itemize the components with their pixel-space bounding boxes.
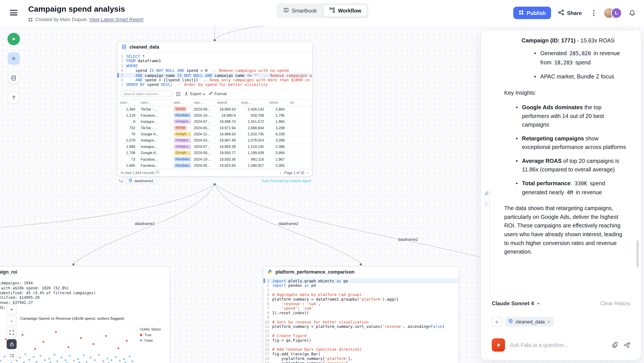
table-row[interactable]: 1,218Faceboo...Faceboo...2024-10-...19,9… [118, 113, 312, 119]
attachment-icon[interactable] [612, 342, 618, 348]
node-header[interactable]: campaign_roi [0, 266, 170, 277]
table-cell: 2024-07... [191, 119, 214, 125]
add-cell-button[interactable]: + [8, 52, 20, 65]
column-header[interactable]: cam... [138, 100, 171, 106]
chat-question-input[interactable] [510, 342, 607, 348]
table-row[interactable]: 1,578Instagra...Instagra...2024-03...19,… [118, 138, 312, 144]
python-icon [268, 269, 273, 274]
tab-workflow[interactable]: Workflow [324, 5, 368, 17]
next-page-button[interactable]: › [307, 170, 309, 175]
column-header[interactable]: ctr [288, 100, 312, 106]
export-button[interactable]: Export [184, 91, 205, 97]
send-icon[interactable] [623, 341, 630, 348]
latest-report-link[interactable]: View Latest Smart Report [89, 17, 144, 22]
menu-icon[interactable] [10, 10, 17, 15]
column-header[interactable]: impr... [238, 100, 267, 106]
table-row[interactable]: 79Google A...Google ...2024-11-...19,968… [118, 131, 312, 138]
column-header[interactable]: spend [214, 100, 239, 106]
column-header[interactable]: star... [191, 100, 214, 106]
scatter-plot[interactable] [0, 323, 136, 363]
close-icon[interactable]: × [547, 319, 550, 324]
node-header[interactable]: cleaned_data [118, 42, 312, 52]
pin-icon[interactable] [484, 190, 489, 198]
columns-icon[interactable] [176, 92, 180, 96]
scatter-point [115, 356, 117, 358]
column-header[interactable]: clicks [267, 100, 288, 106]
table-row[interactable]: 1,984Instagra...Instagra...2024-07...19,… [118, 144, 312, 150]
help-button[interactable]: ? [8, 91, 20, 104]
scatter-point [65, 359, 67, 361]
node-header[interactable]: platform_performance_comparison [264, 266, 458, 277]
info-icon[interactable] [156, 170, 159, 175]
code-line: 16# Add revenue bars (positive direction… [264, 347, 458, 351]
model-selector[interactable]: Claude Sonnet 4 [492, 300, 540, 306]
scatter-point [126, 340, 128, 342]
tab-smartbook[interactable]: Smartbook [278, 5, 323, 17]
share-button[interactable]: Share [556, 7, 584, 19]
dataframe-chip[interactable]: dataframe2 [126, 178, 156, 184]
chat-scrollbar[interactable] [636, 240, 638, 267]
scatter-point [66, 362, 68, 363]
table-row[interactable]: 732TikTok - ...TikTok2024-05...19,971.94… [118, 125, 312, 131]
add-context-button[interactable]: + [492, 317, 502, 326]
table-cell: TikTok [171, 125, 191, 131]
avatar[interactable]: L [611, 7, 622, 19]
scatter-point [28, 358, 30, 360]
format-icon [209, 91, 213, 97]
table-cell [288, 119, 312, 125]
created-by-row: Created by Marc Dupuis View Latest Smart… [28, 17, 144, 22]
summary-paragraph: The data shows that retargeting campaign… [504, 204, 627, 256]
context-chip[interactable]: cleaned_data × [505, 317, 554, 326]
legend-item[interactable]: True [140, 333, 161, 337]
drag-handle-icon[interactable] [484, 201, 488, 208]
run-all-button[interactable] [8, 33, 20, 45]
zoom-out-button[interactable]: − [6, 316, 16, 326]
table-cell: 19,993.63 [214, 106, 239, 112]
scatter-point [131, 360, 133, 362]
scatter-point [106, 357, 108, 359]
zoom-in-button[interactable]: + [6, 304, 16, 314]
list-item: Google Ads dominates the top performers … [516, 103, 627, 129]
table-search-input[interactable] [121, 91, 172, 97]
fit-view-button[interactable] [6, 328, 16, 337]
auto-layout-button[interactable] [6, 351, 16, 360]
node-campaign-roi[interactable]: campaign_roi Total ad campaigns: 1944Cam… [0, 266, 170, 363]
notifications-bell-icon[interactable] [627, 8, 638, 18]
data-sources-button[interactable] [8, 72, 20, 84]
legend-item[interactable]: False [140, 338, 161, 342]
column-header[interactable]: plat... [171, 100, 191, 106]
prev-page-button[interactable]: ‹ [280, 170, 281, 175]
table-cell: 2024-05... [191, 125, 214, 131]
insights-list: Google Ads dominates the top performers … [516, 103, 627, 197]
table-row[interactable]: 9Instagra...Instagra...2024-07...19,988.… [118, 119, 312, 125]
table-cell: 2024-05... [191, 163, 214, 169]
clear-history-button[interactable]: Clear History [600, 300, 630, 306]
table-cell: Faceboo... [138, 156, 171, 162]
node-cleaned-data[interactable]: cleaned_data 1SELECT *2FROM dataframe13W… [117, 41, 312, 176]
table-row[interactable]: 1,685Faceboo...Faceboo...2024-05...19,92… [118, 163, 312, 169]
node-platform-performance[interactable]: platform_performance_comparison 1import … [263, 266, 459, 363]
table-row[interactable]: 73Faceboo...Faceboo...2024-10-...19,930.… [118, 156, 312, 163]
thread-indent-line [489, 189, 490, 297]
table-row[interactable]: 1,708Google A...Google ...2024-09...19,9… [118, 150, 312, 156]
collaborator-avatars[interactable]: L [603, 7, 622, 19]
code-line: 5platform_summary = dataframe2.groupby('… [264, 297, 458, 301]
chat-footer-row: Claude Sonnet 4 Clear History [492, 300, 630, 306]
chart-title: Campaign Spend vs Revenue (≥$10k spend, … [0, 312, 170, 320]
platform-badge: TikTok [174, 107, 187, 111]
dataframe-chip-label: dataframe2 [134, 179, 153, 183]
python-editor[interactable]: 1import plotly.graph_objects as go2impor… [264, 277, 458, 363]
publish-button[interactable]: Publish [513, 7, 551, 19]
lock-button[interactable] [6, 339, 16, 349]
more-options-icon[interactable] [589, 8, 599, 18]
platform-badge: Faceboo... [174, 163, 191, 168]
result-table[interactable]: 1,364TikTok - ...TikTok2024-09...19,993.… [118, 106, 312, 169]
column-header[interactable]: cam... [118, 100, 138, 106]
table-cell: 1,580,927 [238, 163, 267, 169]
table-row[interactable]: 1,364TikTok - ...TikTok2024-09...19,993.… [118, 106, 312, 113]
chat-messages[interactable]: Campaign (ID: 1771) - 15.63x ROAS Genera… [481, 30, 641, 296]
sql-editor[interactable]: 1SELECT *2FROM dataframe13WHERE4 spend I… [118, 52, 312, 88]
format-button[interactable]: Format [209, 91, 227, 97]
legend-dot [140, 334, 142, 336]
platform-badge: Instagra... [174, 144, 191, 149]
